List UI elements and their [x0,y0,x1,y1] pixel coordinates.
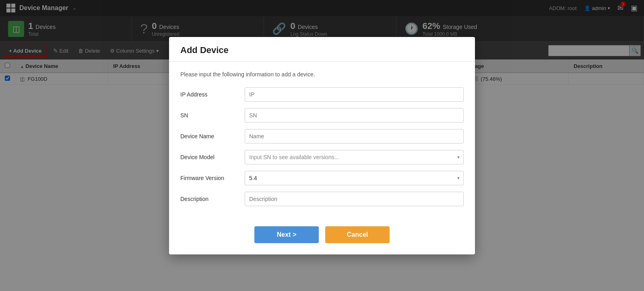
form-row-ip: IP Address [180,87,464,102]
ip-address-field[interactable] [245,87,464,102]
device-name-field[interactable] [245,129,464,143]
form-row-sn: SN [180,108,464,123]
ip-address-label: IP Address [180,91,245,98]
add-device-modal: Add Device Please input the following in… [169,37,475,254]
cancel-button[interactable]: Cancel [325,226,390,243]
device-model-label: Device Model [180,154,245,160]
next-button[interactable]: Next > [254,226,319,243]
modal-title: Add Device [180,45,229,55]
device-name-label: Device Name [180,133,245,139]
device-model-select[interactable]: Input SN to see available versions... [245,150,464,164]
modal-instruction: Please input the following information t… [180,71,464,78]
sn-label: SN [180,112,245,119]
description-label: Description [180,196,245,202]
form-row-firmware: Firmware Version 5.4 ▾ [180,171,464,185]
form-row-device-name: Device Name [180,129,464,143]
modal-body: Please input the following information t… [169,61,475,222]
description-field[interactable] [245,192,464,206]
form-row-device-model: Device Model Input SN to see available v… [180,150,464,164]
modal-overlay: Add Device Please input the following in… [0,0,644,291]
firmware-version-label: Firmware Version [180,175,245,181]
sn-field[interactable] [245,108,464,123]
form-row-description: Description [180,192,464,206]
modal-footer: Next > Cancel [169,222,475,254]
firmware-version-select[interactable]: 5.4 [245,171,464,185]
modal-header: Add Device [169,37,475,61]
